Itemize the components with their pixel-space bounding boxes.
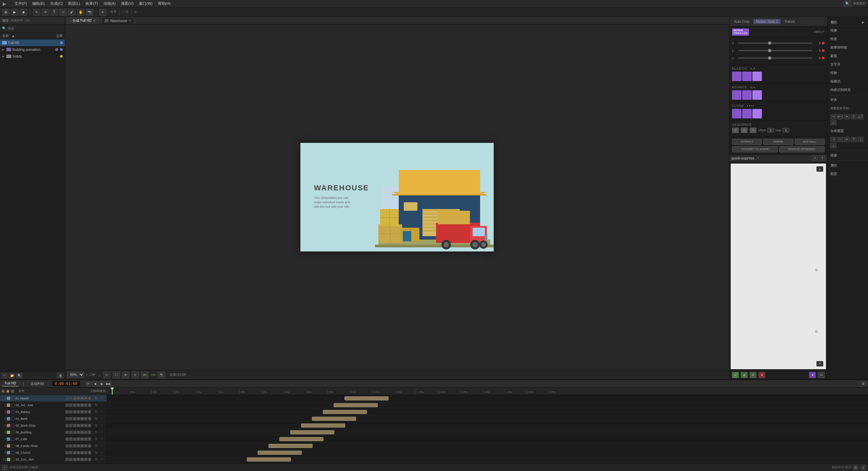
tl-shy-2[interactable]: ◌	[65, 403, 69, 407]
project-item-solids[interactable]: ▶ Solids	[0, 53, 65, 60]
align-bottom[interactable]: ⊥	[830, 120, 836, 126]
fullscreen-btn[interactable]: ⛶	[113, 372, 120, 378]
tl-bar-5[interactable]	[301, 423, 345, 428]
mt-seq-btn2[interactable]: ▷|	[741, 128, 748, 133]
project-search-input[interactable]	[7, 26, 63, 30]
snap-btn[interactable]: ⊙	[132, 372, 139, 378]
tl-bar-3[interactable]	[323, 410, 367, 414]
tl-cont-1[interactable]: /	[69, 397, 73, 400]
dist-vcenter[interactable]: ↕	[857, 137, 864, 142]
play-btn[interactable]: ▶	[11, 9, 18, 16]
prop-align[interactable]: 对齐	[828, 96, 868, 105]
tl-qual-1[interactable]: ◇	[73, 397, 76, 400]
tl-add-layer-btn[interactable]: +	[2, 465, 7, 470]
tl-settings-btn[interactable]: ⚙	[861, 381, 866, 387]
tl-3d-1[interactable]: 3	[88, 397, 91, 400]
tl-play-btn[interactable]: ▶	[99, 381, 104, 387]
tl-solo-toggle[interactable]: ◉	[1, 390, 5, 393]
qe-scroll-up[interactable]: ▲	[816, 166, 823, 172]
prop-attributes[interactable]: 属性	[828, 162, 868, 170]
tl-adj-2[interactable]: ☀	[84, 403, 87, 407]
tl-mo-2[interactable]: ⊕	[80, 403, 84, 407]
prop-content-aware[interactable]: 内容识别填充	[828, 86, 868, 94]
tl-eye-2[interactable]	[11, 403, 15, 407]
tl-bar-4[interactable]	[312, 417, 356, 421]
menu-help[interactable]: 帮助(H)	[158, 1, 171, 6]
new-item-btn[interactable]: +	[1, 373, 7, 378]
menu-effects[interactable]: 效果(T)	[85, 1, 98, 6]
dist-hcenter[interactable]: ↔	[837, 137, 843, 142]
tl-layer-2[interactable]: 2 02_Arc...ture ◌ / ◇ fx ⊕ ☀ 3 无 ▽	[0, 402, 107, 409]
menu-edit[interactable]: 编辑(E)	[32, 1, 45, 6]
mt-add-null-btn[interactable]: ADD NULL	[795, 139, 825, 145]
prop-distribute[interactable]: 分布图层	[828, 127, 868, 135]
tl-mo-1[interactable]: ⊕	[80, 397, 84, 400]
brush-tool[interactable]: 🖌	[68, 9, 76, 16]
stop-btn[interactable]: ■	[20, 9, 27, 16]
tl-bar-7[interactable]	[279, 437, 323, 441]
prop-mask[interactable]: 蒙版	[828, 52, 868, 60]
tl-switch-btn[interactable]: ⊞	[853, 465, 859, 470]
qe-check-btn[interactable]: ✓	[732, 372, 739, 378]
tl-eff-1[interactable]: fx	[77, 397, 80, 400]
tl-vis-toggle[interactable]: 👁	[11, 390, 14, 393]
tl-layer-9[interactable]: 9 09_Church ◌ / ◇ fx ⊕ ☀ 3 无 ▽	[0, 449, 107, 456]
mt-tab-autocrop[interactable]: Auto Crop	[731, 19, 752, 24]
step-input[interactable]	[783, 128, 789, 133]
tl-3d-2[interactable]: 3	[88, 403, 91, 407]
offset-input[interactable]	[767, 128, 774, 133]
mt-e-btn3[interactable]	[752, 72, 762, 81]
tl-layer-5[interactable]: 5 05_Book Shop ◌ / ◇ fx ⊕ ☀ 3 无 ▽	[0, 422, 107, 429]
tl-bar-9[interactable]	[258, 451, 302, 455]
tl-mode-btn[interactable]: ≡	[861, 465, 866, 470]
dist-top[interactable]: ⊤	[851, 137, 857, 142]
tl-bar-2[interactable]	[334, 403, 378, 407]
qe-up-btn[interactable]: ∧	[741, 372, 748, 378]
prop-group-mode[interactable]: 组模式	[828, 77, 868, 86]
mt-b-btn3[interactable]	[752, 90, 762, 100]
mt-tab-kianse[interactable]: Kianse	[782, 19, 798, 24]
qe-scroll-down[interactable]: ▼	[816, 361, 823, 366]
prop-effects[interactable]: 效果和特效	[828, 43, 868, 52]
mt-e-btn1[interactable]	[732, 72, 742, 81]
tl-shy-1[interactable]: ◌	[65, 397, 69, 400]
mt-b-btn1[interactable]	[732, 90, 742, 100]
prop-text[interactable]: 文字开	[828, 60, 868, 69]
shape-tool[interactable]: □	[59, 9, 67, 16]
zoom-select[interactable]: 50%	[67, 372, 84, 378]
prop-link[interactable]: 链接	[828, 151, 868, 160]
prop-align-to[interactable]: 将图层对齐到：	[828, 105, 868, 113]
tl-bar-10[interactable]	[247, 457, 291, 461]
align-left[interactable]: ⊣	[830, 114, 836, 119]
tl-bar-8[interactable]	[269, 444, 313, 448]
mt-c-btn1[interactable]	[732, 109, 742, 118]
project-search-bar[interactable]: 🔍	[0, 24, 65, 33]
tl-layer-3[interactable]: 3 03_Bakery ◌ / ◇ fx ⊕ ☀ 3 无 ▽	[0, 409, 107, 415]
home-btn[interactable]: ⊞	[2, 9, 9, 16]
tl-tracks-area[interactable]: 05s 10s 15s 20s 25s 30s 35s 40s 45s 50s …	[107, 388, 868, 464]
search-btn[interactable]: 🔍	[16, 373, 22, 378]
tl-eye-1[interactable]	[11, 396, 15, 400]
mt-convert-shape-btn[interactable]: CONVERT TO SHAPE	[732, 146, 778, 152]
pen-tool[interactable]: ✏	[42, 9, 49, 16]
folder-btn[interactable]: 📁	[9, 373, 15, 378]
toolbar-search-btn[interactable]: 🔍	[844, 0, 851, 7]
mt-c-btn3[interactable]	[752, 109, 762, 118]
qe-help-btn[interactable]: ?	[819, 155, 825, 161]
tl-cont-2[interactable]: /	[69, 403, 73, 407]
tl-layer-8[interactable]: 8 08_Candy Shop ◌ / ◇ fx ⊕ ☀ 3 无 ▽	[0, 442, 107, 449]
menu-animation[interactable]: 动画(A)	[103, 1, 116, 6]
prop-arrow[interactable]: ▶	[861, 20, 865, 25]
dist-bottom[interactable]: ⊥	[830, 143, 836, 148]
mt-c-btn2[interactable]	[742, 109, 752, 118]
mt-merge-btn[interactable]: MERGE	[763, 139, 793, 145]
dist-left[interactable]: ⊣	[830, 137, 836, 142]
prop-experience[interactable]: 经验	[828, 69, 868, 77]
camera-tool[interactable]: 📷	[86, 9, 93, 16]
tl-qual-2[interactable]: ◇	[73, 403, 76, 407]
tl-prev-frame[interactable]: ◀	[92, 381, 98, 387]
menu-compose[interactable]: 合成(C)	[50, 1, 63, 6]
project-item-building[interactable]: ▶ Building animation	[0, 46, 65, 53]
qe-eq-btn[interactable]: =	[750, 372, 756, 378]
mt-y-slider[interactable]	[738, 50, 812, 51]
